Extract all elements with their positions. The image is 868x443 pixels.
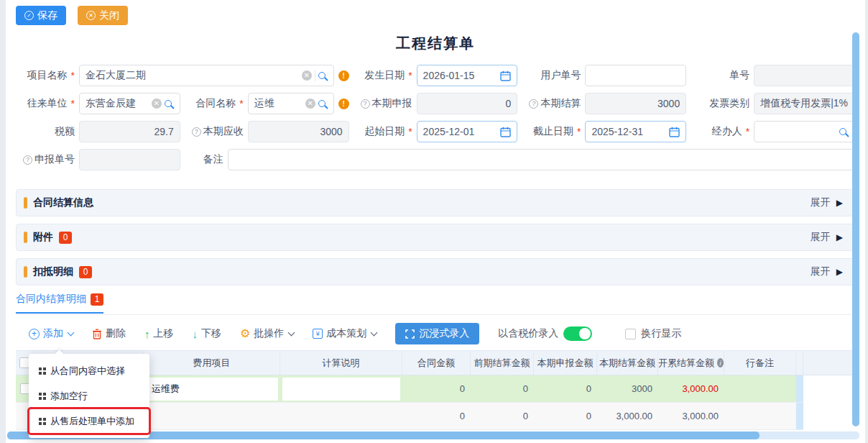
detail-tabs: 合同内结算明细 1 xyxy=(16,293,855,315)
menu-item-add-empty-row[interactable]: 添加空行 xyxy=(29,383,149,408)
move-down-button[interactable]: ↓ 下移 xyxy=(193,327,222,340)
add-button[interactable]: + 添加 xyxy=(29,327,73,340)
cost-plan-button[interactable]: ¥ 成本策划 xyxy=(313,327,377,340)
tab-count-badge: 1 xyxy=(91,293,103,306)
section-contract-settlement-info[interactable]: 合同结算信息 展开 ▶ xyxy=(16,189,855,216)
header-fee-item: 费用项目 xyxy=(144,351,280,375)
sum-contract-amount: 0 xyxy=(402,403,471,430)
end-date-label: 截止日期 xyxy=(522,125,585,138)
table-vertical-scrollbar[interactable] xyxy=(796,403,803,430)
project-name-input[interactable]: 金石大厦二期 ✕ xyxy=(79,65,334,86)
header-current-declare: 本期申报金额 xyxy=(534,351,597,375)
save-label: 保存 xyxy=(37,9,57,22)
arrow-up-icon: ↑ xyxy=(144,328,150,340)
expand-button[interactable]: 展开 ▶ xyxy=(811,196,843,209)
help-icon: ? xyxy=(529,99,538,109)
remark-input[interactable] xyxy=(228,149,855,170)
field-handler: 经办人 xyxy=(691,121,855,142)
order-no-label: 单号 xyxy=(691,69,754,82)
handler-input[interactable] xyxy=(754,121,855,142)
chevron-right-icon: ▶ xyxy=(836,267,843,277)
table-vertical-scrollbar[interactable] xyxy=(796,375,803,403)
search-icon[interactable] xyxy=(839,128,846,135)
field-user-order-no: 用户单号 xyxy=(522,65,686,86)
field-current-declare: ?本期申报 0 xyxy=(354,93,518,114)
contract-name-input[interactable]: 运维 ✕ xyxy=(248,93,334,114)
field-current-receivable: ?本期应收 3000 xyxy=(185,121,349,142)
vertical-scrollbar[interactable] xyxy=(852,32,859,426)
form-header-area: 项目名称 金石大厦二期 ✕ ! 发生日期 2026-01-15 用户单号 xyxy=(16,65,855,170)
tab-contract-settlement-detail[interactable]: 合同内结算明细 1 xyxy=(16,293,103,314)
end-date-input[interactable]: 2025-12-31 xyxy=(585,121,686,142)
expand-button[interactable]: 展开 ▶ xyxy=(811,265,843,278)
search-icon[interactable] xyxy=(165,100,172,107)
prev-settle-cell[interactable]: 0 xyxy=(471,375,534,403)
expand-button[interactable]: 展开 ▶ xyxy=(811,231,843,244)
delete-button[interactable]: 删除 xyxy=(92,327,126,340)
close-circle-icon: ✕ xyxy=(86,11,96,20)
save-button[interactable]: ✓ 保存 xyxy=(16,6,66,25)
close-label: 关闭 xyxy=(99,9,119,22)
calendar-icon[interactable] xyxy=(500,127,511,137)
batch-ops-button[interactable]: ⚙ 批操作 xyxy=(240,327,294,340)
accum-settle-cell[interactable]: 3,000.00 xyxy=(658,375,724,403)
field-current-settle: ?本期结算 3000 xyxy=(522,93,686,114)
declare-no-label: ?申报单号 xyxy=(16,153,79,166)
handler-label: 经办人 xyxy=(691,125,754,138)
remark-label: 备注 xyxy=(185,153,228,166)
search-icon[interactable] xyxy=(318,100,326,107)
field-occur-date: 发生日期 2026-01-15 xyxy=(354,65,518,86)
wrap-display-group: 换行显示 xyxy=(625,327,681,340)
immersive-entry-button[interactable]: 沉浸式录入 xyxy=(395,323,479,344)
occur-date-input[interactable]: 2026-01-15 xyxy=(417,65,518,86)
start-date-input[interactable]: 2025-12-01 xyxy=(417,121,518,142)
current-declare-label: ?本期申报 xyxy=(354,97,417,110)
move-up-button[interactable]: ↑ 上移 xyxy=(144,327,174,340)
row-note-cell[interactable] xyxy=(724,375,796,403)
action-bar: ✓ 保存 ✕ 关闭 xyxy=(6,0,865,25)
header-calc-note: 计算说明 xyxy=(280,351,402,375)
tax-inclusive-toggle[interactable] xyxy=(563,326,592,341)
current-receivable-label: ?本期应收 xyxy=(185,125,248,138)
info-icon: ! xyxy=(338,70,349,81)
section-marker xyxy=(24,197,27,209)
field-end-date: 截止日期 2025-12-31 xyxy=(522,121,686,142)
deduction-count-badge: 0 xyxy=(79,266,92,278)
menu-item-select-from-contract[interactable]: 从合同内容中选择 xyxy=(29,358,149,383)
plus-circle-icon: + xyxy=(29,329,40,339)
current-settle-cell[interactable]: 3000 xyxy=(597,375,658,403)
sum-current-declare: 0 xyxy=(534,403,597,430)
fee-item-cell[interactable]: 运维费 xyxy=(146,378,278,401)
add-dropdown-menu: 从合同内容中选择 添加空行 从售后处理单中添加 xyxy=(29,354,149,438)
clear-icon[interactable]: ✕ xyxy=(305,99,315,109)
user-order-no-input[interactable] xyxy=(585,65,686,86)
section-deduction-detail[interactable]: 扣抵明细 0 展开 ▶ xyxy=(16,258,855,286)
calendar-icon[interactable] xyxy=(669,127,680,137)
menu-item-add-from-aftersales[interactable]: 从售后处理单中添加 xyxy=(29,408,149,434)
wrap-display-checkbox[interactable] xyxy=(625,329,636,339)
page-title: 工程结算单 xyxy=(6,34,865,53)
contract-amount-cell[interactable]: 0 xyxy=(402,375,471,403)
counterparty-input[interactable]: 东营金辰建 ✕ xyxy=(79,93,180,114)
header-row-note: 行备注 xyxy=(724,351,796,375)
info-icon: i xyxy=(717,358,724,367)
clear-icon[interactable]: ✕ xyxy=(302,70,312,81)
field-tax-amount: 税额 29.7 xyxy=(16,121,180,142)
header-prev-settle: 前期结算金额 xyxy=(471,351,534,375)
search-icon[interactable] xyxy=(318,72,326,79)
project-name-label: 项目名称 xyxy=(16,69,79,82)
tax-amount-input: 29.7 xyxy=(79,121,180,142)
field-declare-no: ?申报单号 xyxy=(16,149,180,170)
start-date-label: 起始日期 xyxy=(354,125,417,138)
calendar-icon[interactable] xyxy=(500,70,511,81)
user-order-no-label: 用户单号 xyxy=(522,69,585,82)
header-current-settle: 本期结算金额 xyxy=(597,351,658,375)
clear-icon[interactable]: ✕ xyxy=(152,99,162,109)
current-settle-label: ?本期结算 xyxy=(522,97,585,110)
sum-prev-settle: 0 xyxy=(471,403,534,430)
close-button[interactable]: ✕ 关闭 xyxy=(78,6,128,25)
current-declare-cell[interactable]: 0 xyxy=(534,375,597,403)
calc-note-cell[interactable] xyxy=(282,378,400,401)
section-attachments[interactable]: 附件 0 展开 ▶ xyxy=(16,224,855,251)
contract-name-label: 合同名称 xyxy=(185,97,248,110)
